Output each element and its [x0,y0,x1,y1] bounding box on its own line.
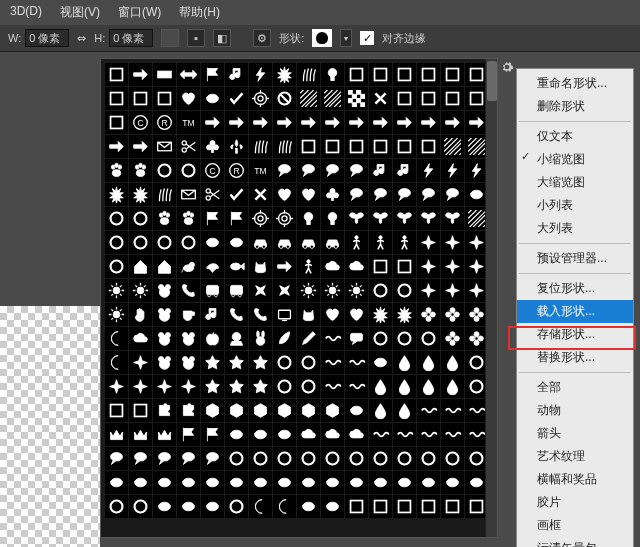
shape-thumb-man[interactable] [393,231,416,254]
shape-thumb-grass[interactable] [273,135,296,158]
shape-thumb-plane[interactable] [273,279,296,302]
shape-thumb-moon[interactable] [273,495,296,518]
shape-thumb-drop[interactable] [417,351,440,374]
shape-thumb-check[interactable] [225,183,248,206]
menu-item[interactable]: 横幅和奖品 [517,468,633,491]
shape-thumb-blob[interactable] [273,423,296,446]
shape-thumb-ring[interactable] [417,327,440,350]
shape-thumb-sq[interactable] [153,87,176,110]
shape-thumb-blob[interactable] [369,351,392,374]
shape-thumb-star[interactable] [249,375,272,398]
menu-item[interactable]: 预设管理器... [517,247,633,270]
shape-thumb-car[interactable] [321,231,344,254]
height-input[interactable] [109,29,153,47]
shape-thumb-fish[interactable] [225,255,248,278]
shape-thumb-wave[interactable] [345,375,368,398]
shape-thumb-ring[interactable] [441,447,464,470]
shape-thumb-leaf[interactable] [273,327,296,350]
shape-thumb-check[interactable] [225,87,248,110]
shape-thumb-arrR[interactable] [105,135,128,158]
shape-thumb-no[interactable] [273,87,296,110]
shape-thumb-bear[interactable] [153,327,176,350]
shape-thumb-sq[interactable] [393,63,416,86]
shape-thumb-wave[interactable] [441,423,464,446]
shape-thumb-wave[interactable] [417,423,440,446]
shape-thumb-blob[interactable] [345,471,368,494]
shape-thumb-burst[interactable] [273,63,296,86]
shape-thumb-sq[interactable] [105,87,128,110]
shape-thumb-ring[interactable] [273,447,296,470]
shape-thumb-sq[interactable] [369,135,392,158]
shape-thumb-ring[interactable] [129,231,152,254]
shape-thumb-scis[interactable] [201,183,224,206]
shape-thumb-man[interactable] [345,231,368,254]
shape-thumb-ring[interactable] [105,207,128,230]
shape-thumb-blob[interactable] [225,231,248,254]
shape-thumb-wave[interactable] [321,327,344,350]
shape-thumb-flower[interactable] [441,303,464,326]
shape-thumb-heart[interactable] [297,183,320,206]
shape-thumb-wave[interactable] [345,351,368,374]
shape-thumb-arrR[interactable] [225,111,248,134]
shape-thumb-arrR[interactable] [129,135,152,158]
shape-thumb-ring[interactable] [465,447,485,470]
fill-swatch[interactable] [161,29,179,47]
width-input[interactable] [25,29,69,47]
shape-thumb-arrR[interactable] [393,111,416,134]
shape-thumb-blob[interactable] [201,471,224,494]
shape-thumb-sun[interactable] [105,303,128,326]
shape-thumb-flag[interactable] [225,207,248,230]
shape-thumb-drop[interactable] [417,375,440,398]
menu-item[interactable]: 动物 [517,399,633,422]
shape-thumb-man[interactable] [369,231,392,254]
shape-thumb-star4[interactable] [153,375,176,398]
shape-thumb-bubble[interactable] [345,159,368,182]
shape-thumb-drop[interactable] [393,375,416,398]
shape-thumb-blob[interactable] [225,471,248,494]
link-wh-icon[interactable]: ⇔ [77,32,86,45]
shape-thumb-hex[interactable] [297,399,320,422]
shape-thumb-tm[interactable] [249,159,272,182]
shape-thumb-bird[interactable] [201,255,224,278]
shape-thumb-star4[interactable] [441,255,464,278]
shape-thumb-moon[interactable] [105,351,128,374]
shape-thumb-flower[interactable] [465,327,485,350]
shape-thumb-sq[interactable] [297,135,320,158]
shape-thumb-sq[interactable] [417,87,440,110]
shape-thumb-cat[interactable] [297,303,320,326]
shape-thumb-hatch[interactable] [465,135,485,158]
shape-thumb-ring[interactable] [177,231,200,254]
shape-thumb-burst[interactable] [393,303,416,326]
shape-thumb-apple[interactable] [201,327,224,350]
shape-thumb-bear[interactable] [177,327,200,350]
shape-thumb-blob[interactable] [297,471,320,494]
shape-thumb-arrR[interactable] [369,111,392,134]
shape-thumb-head[interactable] [225,327,248,350]
shape-thumb-ring[interactable] [465,375,485,398]
arrange-icon[interactable]: ◧ [213,29,231,47]
shape-thumb-burst[interactable] [105,183,128,206]
shape-thumb-cloud[interactable] [345,423,368,446]
shape-thumb-blob[interactable] [105,471,128,494]
menu-item[interactable]: 存储形状... [517,323,633,346]
shape-thumb-car[interactable] [249,231,272,254]
shape-thumb-paw[interactable] [153,207,176,230]
shape-thumb-sq[interactable] [417,63,440,86]
shape-thumb-cloud[interactable] [129,327,152,350]
shape-thumb-flag[interactable] [201,63,224,86]
shape-thumb-ring[interactable] [153,159,176,182]
shape-thumb-moon[interactable] [249,495,272,518]
shape-thumb-sq[interactable] [345,63,368,86]
shape-thumb-ring[interactable] [465,351,485,374]
shape-thumb-bubble[interactable] [441,183,464,206]
shape-thumb-sq[interactable] [417,495,440,518]
shape-thumb-heart[interactable] [177,87,200,110]
shape-thumb-star4[interactable] [441,231,464,254]
shape-thumb-star4[interactable] [177,375,200,398]
shape-picker-options-icon[interactable] [498,58,516,76]
shape-thumb-wave[interactable] [465,423,485,446]
shape-thumb-tm[interactable] [177,111,200,134]
shape-thumb-blob[interactable] [273,471,296,494]
shape-thumb-sq[interactable] [393,135,416,158]
shape-thumb-bubble[interactable] [417,183,440,206]
